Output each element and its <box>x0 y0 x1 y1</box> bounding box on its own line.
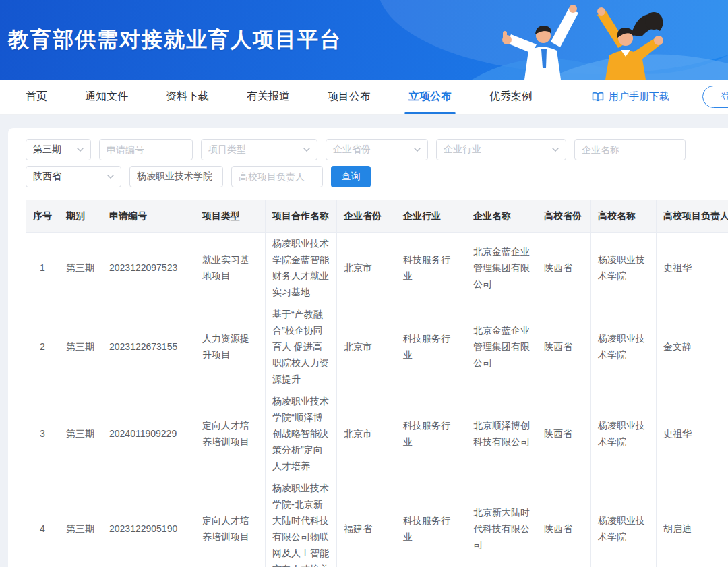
table-cell: 2023122097523 <box>102 233 195 303</box>
company-industry-placeholder: 企业行业 <box>444 144 481 156</box>
period-select-value: 第三期 <box>33 144 61 156</box>
table-cell: 北京金蓝企业管理集团有限公司 <box>466 303 537 390</box>
table-cell: 定向人才培养培训项目 <box>195 390 266 477</box>
site-title: 教育部供需对接就业育人项目平台 <box>8 26 342 54</box>
nav-right-area: 用户手册下载 登录 <box>592 80 728 114</box>
company-province-placeholder: 企业省份 <box>333 144 371 156</box>
column-header: 申请编号 <box>102 200 195 233</box>
table-cell: 杨凌职业技术学院“顺泽博创战略智能决策分析”定向人才培养 <box>266 390 337 477</box>
table-cell: 陕西省 <box>537 303 591 390</box>
main-navigation: 首页 通知文件 资料下载 有关报道 项目公布 立项公布 优秀案例 用户手册下载 … <box>0 80 728 115</box>
table-cell: 北京新大陆时代科技有限公司 <box>466 477 537 567</box>
column-header: 序号 <box>26 200 59 233</box>
school-name-input[interactable] <box>129 166 223 187</box>
table-cell: 第三期 <box>59 233 102 303</box>
table-row: 4第三期2023122905190定向人才培养培训项目杨凌职业技术学院-北京新大… <box>26 477 728 567</box>
table-cell: 定向人才培养培训项目 <box>195 477 266 567</box>
table-cell: 福建省 <box>337 477 396 567</box>
nav-item-project-announcement[interactable]: 项目公布 <box>321 80 377 114</box>
table-cell: 北京市 <box>337 233 396 303</box>
results-table-wrapper: 序号期别申请编号项目类型项目合作名称企业省份企业行业企业名称高校省份高校名称高校… <box>26 200 728 567</box>
application-no-input[interactable] <box>99 139 193 160</box>
table-row: 3第三期2024011909229定向人才培养培训项目杨凌职业技术学院“顺泽博创… <box>26 390 728 477</box>
nav-item-downloads[interactable]: 资料下载 <box>159 80 216 114</box>
table-cell: 北京市 <box>337 390 396 477</box>
table-cell: 1 <box>26 233 59 303</box>
high-five-illustration <box>472 0 728 80</box>
table-cell: 3 <box>26 390 59 477</box>
table-header-row: 序号期别申请编号项目类型项目合作名称企业省份企业行业企业名称高校省份高校名称高校… <box>26 200 728 233</box>
nav-item-reports[interactable]: 有关报道 <box>240 80 297 114</box>
filter-row-1: 第三期 项目类型 企业省份 企业行业 <box>26 139 728 160</box>
table-cell: 第三期 <box>59 390 102 477</box>
chevron-down-icon <box>77 148 84 152</box>
table-cell: 就业实习基地项目 <box>195 233 266 303</box>
chevron-down-icon <box>414 148 421 152</box>
column-header: 高校省份 <box>537 200 591 233</box>
table-cell: 北京金蓝企业管理集团有限公司 <box>466 233 537 303</box>
chevron-down-icon <box>552 148 559 152</box>
table-cell: 科技服务行业 <box>396 233 466 303</box>
nav-item-approval-announcement[interactable]: 立项公布 <box>402 80 458 114</box>
content-card: 第三期 项目类型 企业省份 企业行业 陕西省 查询 <box>8 128 728 567</box>
table-cell: 4 <box>26 477 59 567</box>
chevron-down-icon <box>303 148 310 152</box>
project-type-placeholder: 项目类型 <box>208 144 246 156</box>
project-type-select[interactable]: 项目类型 <box>201 139 317 160</box>
nav-item-excellent-cases[interactable]: 优秀案例 <box>483 80 539 114</box>
company-province-select[interactable]: 企业省份 <box>326 139 428 160</box>
results-table: 序号期别申请编号项目类型项目合作名称企业省份企业行业企业名称高校省份高校名称高校… <box>26 200 728 567</box>
column-header: 企业行业 <box>396 200 466 233</box>
chevron-down-icon <box>107 175 114 179</box>
table-cell: 北京市 <box>337 303 396 390</box>
nav-item-home[interactable]: 首页 <box>19 80 54 114</box>
table-cell: 科技服务行业 <box>396 303 466 390</box>
table-cell: 2 <box>26 303 59 390</box>
table-cell: 2023122905190 <box>102 477 195 567</box>
table-cell: 第三期 <box>59 477 102 567</box>
search-button[interactable]: 查询 <box>331 166 371 187</box>
table-cell: 2024011909229 <box>102 390 195 477</box>
company-name-input[interactable] <box>574 139 686 160</box>
table-cell: 杨凌职业技术学院 <box>591 233 657 303</box>
column-header: 企业省份 <box>337 200 396 233</box>
table-body: 1第三期2023122097523就业实习基地项目杨凌职业技术学院金蓝智能财务人… <box>26 233 728 567</box>
table-cell: 陕西省 <box>537 477 591 567</box>
table-cell: 史祖华 <box>657 390 728 477</box>
user-manual-label: 用户手册下载 <box>609 90 669 103</box>
user-manual-download-link[interactable]: 用户手册下载 <box>592 90 669 103</box>
filter-row-2: 陕西省 查询 <box>26 166 728 187</box>
school-leader-input[interactable] <box>231 166 323 187</box>
table-cell: 第三期 <box>59 303 102 390</box>
table-cell: 杨凌职业技术学院 <box>591 390 657 477</box>
period-select[interactable]: 第三期 <box>26 139 91 160</box>
table-row: 1第三期2023122097523就业实习基地项目杨凌职业技术学院金蓝智能财务人… <box>26 233 728 303</box>
column-header: 期别 <box>59 200 102 233</box>
table-cell: 科技服务行业 <box>396 390 466 477</box>
company-industry-select[interactable]: 企业行业 <box>436 139 566 160</box>
column-header: 项目类型 <box>195 200 266 233</box>
table-cell: 科技服务行业 <box>396 477 466 567</box>
nav-divider <box>686 90 686 105</box>
column-header: 项目合作名称 <box>266 200 337 233</box>
school-province-value: 陕西省 <box>33 171 61 183</box>
book-icon <box>592 92 604 102</box>
table-cell: 陕西省 <box>537 390 591 477</box>
column-header: 企业名称 <box>466 200 537 233</box>
table-cell: 杨凌职业技术学院 <box>591 303 657 390</box>
nav-item-notices[interactable]: 通知文件 <box>78 80 135 114</box>
table-cell: 陕西省 <box>537 233 591 303</box>
table-cell: 杨凌职业技术学院金蓝智能财务人才就业实习基地 <box>266 233 337 303</box>
column-header: 高校项目负责人 <box>657 200 728 233</box>
table-cell: 杨凌职业技术学院 <box>591 477 657 567</box>
school-province-select[interactable]: 陕西省 <box>26 166 121 187</box>
table-cell: 史祖华 <box>657 233 728 303</box>
table-row: 2第三期2023122673155人力资源提升项目基于“产教融合”校企协同育人 … <box>26 303 728 390</box>
login-button[interactable]: 登录 <box>702 86 728 108</box>
site-banner: 教育部供需对接就业育人项目平台 <box>0 0 728 80</box>
table-cell: 2023122673155 <box>102 303 195 390</box>
table-cell: 杨凌职业技术学院-北京新大陆时代科技有限公司物联网及人工智能方向人才培养 <box>266 477 337 567</box>
nav-items: 首页 通知文件 资料下载 有关报道 项目公布 立项公布 优秀案例 <box>19 80 564 114</box>
table-cell: 胡启迪 <box>657 477 728 567</box>
column-header: 高校名称 <box>591 200 657 233</box>
